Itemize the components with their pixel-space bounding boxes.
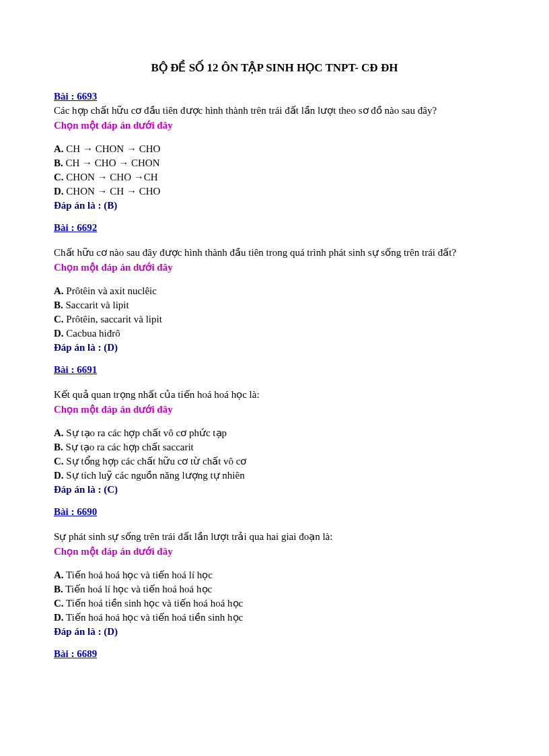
answer-text: Đáp án là : (D) [54, 626, 495, 638]
option-item: D. CHON → CH → CHO [54, 184, 495, 199]
option-text: Sự tạo ra các hợp chất saccarit [63, 442, 194, 452]
option-item: C. CHON → CHO →CH [54, 170, 495, 184]
answer-text: Đáp án là : (B) [54, 200, 495, 211]
option-letter: C. [54, 456, 64, 467]
option-letter: A. [54, 143, 64, 154]
option-text: CHON → CHO →CH [64, 172, 158, 182]
option-letter: C. [54, 314, 64, 324]
option-item: B. Tiến hoá lí học và tiến hoá hoá học [54, 582, 495, 596]
option-text: Sự tổng hợp các chất hữu cơ từ chất vô c… [64, 456, 247, 467]
questions-container: Bài : 6693 Các hợp chất hữu cơ đầu tiên … [54, 91, 495, 661]
question-block: Bài : 6693 Các hợp chất hữu cơ đầu tiên … [54, 91, 495, 211]
instruction-text: Chọn một đáp án dưới đây [54, 261, 495, 273]
question-link[interactable]: Bài : 6693 [54, 91, 97, 102]
option-item: D. Cacbua hiđrô [54, 327, 495, 341]
instruction-text: Chọn một đáp án dưới đây [54, 403, 495, 415]
option-text: Prôtêin và axit nuclêic [64, 285, 157, 296]
options-list: A. Tiến hoá hoá học và tiến hoá lí họcB.… [54, 568, 495, 625]
option-text: Tiến hoá hoá học và tiến hoá tiền sinh h… [64, 612, 244, 623]
option-text: Sự tích luỹ các nguồn năng lượng tự nhiê… [64, 470, 245, 481]
question-link[interactable]: Bài : 6689 [54, 648, 97, 660]
option-letter: A. [54, 285, 64, 296]
question-link[interactable]: Bài : 6692 [54, 222, 97, 234]
option-letter: A. [54, 427, 64, 438]
options-list: A. Prôtêin và axit nuclêicB. Saccarit và… [54, 284, 495, 341]
option-item: A. Tiến hoá hoá học và tiến hoá lí học [54, 568, 495, 582]
option-item: B. Saccarit và lipit [54, 298, 495, 312]
option-text: Saccarit và lipit [63, 300, 129, 310]
option-item: D. Tiến hoá hoá học và tiến hoá tiền sin… [54, 611, 495, 625]
option-letter: C. [54, 172, 64, 182]
option-text: CHON → CH → CHO [64, 186, 161, 197]
option-letter: C. [54, 598, 64, 609]
option-letter: D. [54, 612, 64, 623]
option-letter: B. [54, 442, 63, 452]
question-text: Sự phát sinh sự sống trên trái đất lần l… [54, 530, 495, 544]
option-item: A. Sự tạo ra các hợp chất vô cơ phức tạp [54, 426, 495, 440]
option-item: B. CH → CHO → CHON [54, 156, 495, 170]
question-block: Bài : 6689 [54, 648, 495, 661]
option-item: C. Tiến hoá tiền sinh học và tiến hoá ho… [54, 596, 495, 611]
option-text: Tiến hoá lí học và tiến hoá hoá học [63, 584, 212, 594]
option-item: C. Prôtêin, saccarit và lipit [54, 312, 495, 327]
option-letter: D. [54, 186, 64, 197]
option-text: CH → CHO → CHON [63, 158, 160, 168]
answer-text: Đáp án là : (D) [54, 342, 495, 353]
options-list: A. Sự tạo ra các hợp chất vô cơ phức tạp… [54, 426, 495, 483]
question-text: Chất hữu cơ nào sau đây được hình thành … [54, 246, 495, 260]
option-item: B. Sự tạo ra các hợp chất saccarit [54, 440, 495, 454]
option-text: Tiến hoá hoá học và tiến hoá lí học [64, 570, 213, 580]
question-text: Kết quả quan trọng nhất của tiến hoá hoá… [54, 388, 495, 402]
option-text: Prôtêin, saccarit và lipit [64, 314, 162, 324]
question-text: Các hợp chất hữu cơ đầu tiên được hình t… [54, 104, 495, 118]
question-block: Bài : 6692 Chất hữu cơ nào sau đây được … [54, 222, 495, 353]
option-item: A. CH → CHON → CHO [54, 142, 495, 156]
question-block: Bài : 6690 Sự phát sinh sự sống trên trá… [54, 506, 495, 638]
question-link[interactable]: Bài : 6691 [54, 364, 97, 376]
option-letter: D. [54, 470, 64, 481]
option-item: D. Sự tích luỹ các nguồn năng lượng tự n… [54, 469, 495, 483]
instruction-text: Chọn một đáp án dưới đây [54, 545, 495, 557]
options-list: A. CH → CHON → CHOB. CH → CHO → CHONC. C… [54, 142, 495, 199]
option-text: Sự tạo ra các hợp chất vô cơ phức tạp [64, 427, 227, 438]
question-link[interactable]: Bài : 6690 [54, 506, 97, 518]
option-item: C. Sự tổng hợp các chất hữu cơ từ chất v… [54, 454, 495, 469]
option-letter: A. [54, 570, 64, 580]
option-letter: B. [54, 300, 63, 310]
answer-text: Đáp án là : (C) [54, 484, 495, 495]
instruction-text: Chọn một đáp án dưới đây [54, 119, 495, 131]
option-letter: B. [54, 584, 63, 594]
option-item: A. Prôtêin và axit nuclêic [54, 284, 495, 298]
document-title: BỘ ĐỀ SỐ 12 ÔN TẬP SINH HỌC TNPT- CĐ ĐH [54, 61, 495, 75]
option-letter: D. [54, 328, 64, 339]
option-text: Cacbua hiđrô [64, 328, 120, 339]
option-text: CH → CHON → CHO [64, 143, 161, 154]
option-text: Tiến hoá tiền sinh học và tiến hoá hoá h… [64, 598, 244, 609]
question-block: Bài : 6691 Kết quả quan trọng nhất của t… [54, 364, 495, 495]
option-letter: B. [54, 158, 63, 168]
